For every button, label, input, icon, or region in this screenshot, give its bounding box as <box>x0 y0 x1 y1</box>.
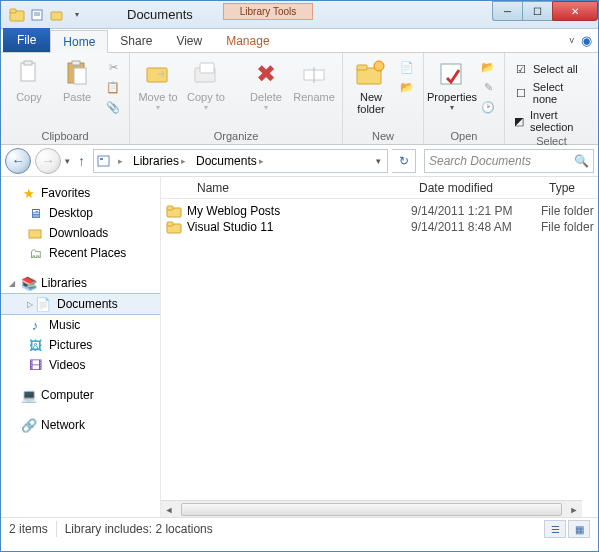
sidebar-item-computer[interactable]: 💻Computer <box>1 385 160 405</box>
item-count: 2 items <box>9 522 48 536</box>
favorites-group[interactable]: ★Favorites <box>1 183 160 203</box>
file-tab[interactable]: File <box>3 28 50 52</box>
view-tab[interactable]: View <box>164 29 214 52</box>
paste-shortcut-button[interactable]: 📎 <box>103 98 123 116</box>
move-to-button[interactable]: Move to ▾ <box>136 56 180 112</box>
sidebar-item-pictures[interactable]: 🖼Pictures <box>1 335 160 355</box>
breadcrumb-documents[interactable]: Documents▸ <box>192 154 268 168</box>
help-icon[interactable]: ◉ <box>581 33 592 48</box>
new-group: New folder 📄 📂 New <box>343 53 424 144</box>
title-bar: ▾ Documents Library Tools ─ ☐ ✕ <box>1 1 598 29</box>
share-tab[interactable]: Share <box>108 29 164 52</box>
refresh-button[interactable]: ↻ <box>392 149 416 173</box>
contextual-tab-group-label: Library Tools <box>223 3 313 20</box>
open-group: Properties ▾ 📂 ✎ 🕑 Open <box>424 53 505 144</box>
copy-path-icon: 📋 <box>105 79 121 95</box>
qat-dropdown-icon[interactable]: ▾ <box>67 5 87 25</box>
open-button[interactable]: 📂 <box>478 58 498 76</box>
column-name[interactable]: Name <box>161 181 411 195</box>
svg-rect-5 <box>51 12 62 20</box>
explorer-icon <box>7 5 27 25</box>
breadcrumb-libraries[interactable]: Libraries▸ <box>129 154 190 168</box>
svg-rect-26 <box>167 222 173 226</box>
address-dropdown-icon[interactable]: ▾ <box>376 156 385 166</box>
libraries-group[interactable]: ◢📚Libraries <box>1 273 160 293</box>
delete-button[interactable]: ✖ Delete ▾ <box>244 56 288 112</box>
properties-button[interactable]: Properties ▾ <box>430 56 474 112</box>
edit-icon: ✎ <box>480 79 496 95</box>
star-icon: ★ <box>21 185 37 201</box>
svg-rect-10 <box>74 68 86 84</box>
videos-icon: 🎞 <box>27 357 43 373</box>
svg-rect-13 <box>200 63 214 73</box>
edit-button[interactable]: ✎ <box>478 78 498 96</box>
status-bar: 2 items Library includes: 2 locations ☰ … <box>1 517 598 540</box>
file-list[interactable]: My Weblog Posts 9/14/2011 1:21 PM File f… <box>161 199 598 500</box>
chevron-right-icon[interactable]: ▸ <box>118 156 123 166</box>
sidebar-item-music[interactable]: ♪Music <box>1 315 160 335</box>
sidebar-item-downloads[interactable]: Downloads <box>1 223 160 243</box>
paste-button[interactable]: Paste <box>55 56 99 103</box>
details-view-button[interactable]: ☰ <box>544 520 566 538</box>
copy-button[interactable]: Copy <box>7 56 51 103</box>
easy-access-icon: 📂 <box>399 79 415 95</box>
new-folder-icon <box>355 58 387 90</box>
desktop-icon: 🖥 <box>27 205 43 221</box>
address-bar[interactable]: ▸ Libraries▸ Documents▸ ▾ <box>93 149 388 173</box>
sidebar-item-desktop[interactable]: 🖥Desktop <box>1 203 160 223</box>
new-item-button[interactable]: 📄 <box>397 58 417 76</box>
cut-button[interactable]: ✂ <box>103 58 123 76</box>
back-button[interactable]: ← <box>5 148 31 174</box>
search-input[interactable]: Search Documents 🔍 <box>424 149 594 173</box>
file-row[interactable]: My Weblog Posts 9/14/2011 1:21 PM File f… <box>161 203 598 219</box>
select-group: ☑Select all ☐Select none ◩Invert selecti… <box>505 53 598 144</box>
sidebar-item-recent[interactable]: 🗂Recent Places <box>1 243 160 263</box>
svg-rect-11 <box>147 68 167 82</box>
content-area: ★Favorites 🖥Desktop Downloads 🗂Recent Pl… <box>1 177 598 517</box>
scroll-right-icon[interactable]: ► <box>566 501 582 518</box>
qat-properties-icon[interactable] <box>27 5 47 25</box>
history-button[interactable]: 🕑 <box>478 98 498 116</box>
scroll-left-icon[interactable]: ◄ <box>161 501 177 518</box>
copy-path-button[interactable]: 📋 <box>103 78 123 96</box>
svg-rect-21 <box>100 158 103 160</box>
close-button[interactable]: ✕ <box>552 1 598 21</box>
select-none-button[interactable]: ☐Select none <box>511 80 592 106</box>
file-row[interactable]: Visual Studio 11 9/14/2011 8:48 AM File … <box>161 219 598 235</box>
home-tab[interactable]: Home <box>50 30 108 53</box>
sidebar-item-videos[interactable]: 🎞Videos <box>1 355 160 375</box>
rename-button[interactable]: Rename <box>292 56 336 103</box>
chevron-right-icon[interactable]: ▸ <box>259 156 264 166</box>
forward-button[interactable]: → <box>35 148 61 174</box>
manage-tab[interactable]: Manage <box>214 29 281 52</box>
column-type[interactable]: Type <box>541 181 598 195</box>
nav-bar: ← → ▾ ↑ ▸ Libraries▸ Documents▸ ▾ ↻ Sear… <box>1 145 598 177</box>
scissors-icon: ✂ <box>105 59 121 75</box>
new-folder-button[interactable]: New folder <box>349 56 393 115</box>
select-all-button[interactable]: ☑Select all <box>511 60 592 78</box>
invert-selection-button[interactable]: ◩Invert selection <box>511 108 592 134</box>
column-date[interactable]: Date modified <box>411 181 541 195</box>
location-icon <box>96 153 112 169</box>
recent-locations-icon[interactable]: ▾ <box>65 156 70 166</box>
copy-to-button[interactable]: Copy to ▾ <box>184 56 228 112</box>
horizontal-scrollbar[interactable]: ◄ ► <box>161 500 582 517</box>
open-icon: 📂 <box>480 59 496 75</box>
properties-icon <box>436 58 468 90</box>
sidebar-item-documents[interactable]: ▷📄Documents <box>1 293 160 315</box>
easy-access-button[interactable]: 📂 <box>397 78 417 96</box>
quick-access-toolbar: ▾ <box>1 5 87 25</box>
icons-view-button[interactable]: ▦ <box>568 520 590 538</box>
move-to-icon <box>142 58 174 90</box>
library-locations[interactable]: Library includes: 2 locations <box>65 522 213 536</box>
qat-new-folder-icon[interactable] <box>47 5 67 25</box>
ribbon-minimize-icon[interactable]: v <box>570 35 575 45</box>
scroll-thumb[interactable] <box>181 503 562 516</box>
sidebar-item-network[interactable]: 🔗Network <box>1 415 160 435</box>
maximize-button[interactable]: ☐ <box>522 1 552 21</box>
up-button[interactable]: ↑ <box>74 153 89 169</box>
minimize-button[interactable]: ─ <box>492 1 522 21</box>
clipboard-group: Copy Paste ✂ 📋 📎 Clipboard <box>1 53 130 144</box>
file-list-pane: Name Date modified Type My Weblog Posts … <box>161 177 598 517</box>
chevron-right-icon[interactable]: ▸ <box>181 156 186 166</box>
